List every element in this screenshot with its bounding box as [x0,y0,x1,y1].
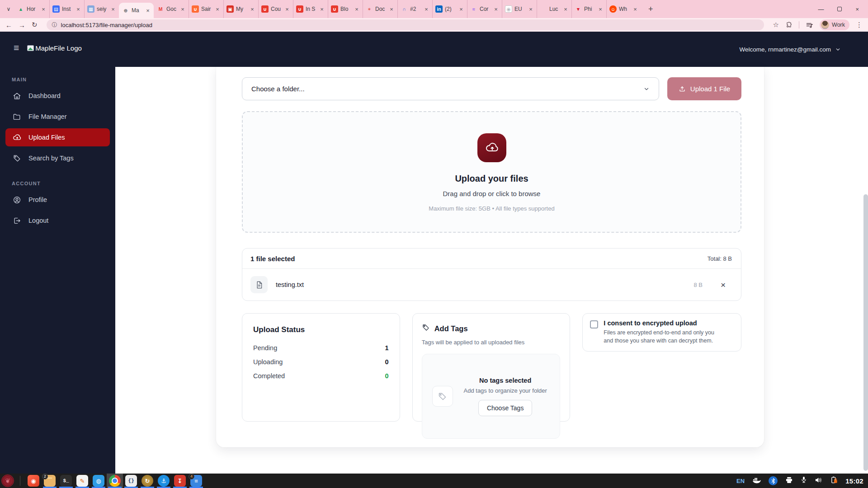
battery-lock-icon[interactable] [830,476,838,486]
tab-close-icon[interactable]: × [40,6,47,13]
tab-close-icon[interactable]: × [75,6,81,13]
bookmark-star-icon[interactable]: ☆ [773,21,779,29]
tab-close-icon[interactable]: × [388,6,395,13]
tab-label: #2 [410,6,421,12]
reload-icon[interactable]: ↻ [32,21,38,29]
browser-tab[interactable]: ▼ Phi × [571,0,606,18]
browser-tab[interactable]: in (2) × [432,0,467,18]
sidebar-item[interactable]: Search by Tags [5,149,110,167]
browser-tab[interactable]: M Goc × [154,0,189,18]
close-icon[interactable]: × [855,6,859,13]
main-area: Welcome, rnmartinez@gmail.com Select des… [115,32,868,474]
file-dropzone[interactable]: Upload your files Drag and drop or click… [242,111,741,233]
terminal-icon[interactable]: $_ [58,474,74,488]
json-tool-icon[interactable]: {} [123,474,139,488]
new-tab-button[interactable]: + [646,5,656,14]
sidebar-item[interactable]: Profile [5,191,110,209]
tab-close-icon[interactable]: × [214,6,221,13]
status-value: 0 [385,358,389,366]
download-manager-icon[interactable]: ↧ [172,474,188,488]
browser-tab[interactable]: ▲ Hor × [14,0,49,18]
keyboard-layout-indicator[interactable]: EN [736,478,745,484]
tab-close-icon[interactable]: × [284,6,290,13]
tab-close-icon[interactable]: × [319,6,325,13]
notes-icon[interactable]: ≡ 4 [188,474,204,488]
tab-close-icon[interactable]: × [493,6,499,13]
sidebar-item[interactable]: Dashboard [5,87,110,105]
tab-close-icon[interactable]: × [249,6,255,13]
microphone-icon[interactable] [801,476,807,485]
browser-tab[interactable]: ∪ In S × [293,0,328,18]
destination-folder-select[interactable]: Choose a folder... [242,77,659,100]
address-bar[interactable]: ⓘ localhost:5173/file-manager/upload [47,19,764,30]
bluetooth-icon[interactable] [769,476,778,485]
tab-close-icon[interactable]: × [145,7,151,14]
browser-profile[interactable]: Work [820,19,849,30]
tab-close-icon[interactable]: × [110,6,116,13]
docker-whale-icon[interactable] [752,476,761,485]
browser-tab[interactable]: ∪ Cou × [258,0,293,18]
sync-icon[interactable]: ↻ [139,474,156,488]
librewolf-icon[interactable]: ◍ [90,474,107,488]
tab-close-icon[interactable]: × [597,6,604,13]
tab-close-icon[interactable]: × [179,6,186,13]
maple-launcher-icon[interactable]: ❦ [1,474,14,487]
add-tags-subtitle: Tags will be applied to all uploaded fil… [422,339,561,346]
browser-tab[interactable]: Luc × [537,0,571,18]
browser-tab[interactable]: ∩ #2 × [397,0,432,18]
minimize-icon[interactable]: — [818,6,824,13]
tab-search-icon[interactable]: ∨ [3,3,14,15]
sidebar-item[interactable]: Logout [5,211,110,230]
tab-close-icon[interactable]: × [632,6,638,13]
upload-file-button[interactable]: Upload 1 File [667,77,741,100]
clock[interactable]: 15:02 [845,477,863,485]
site-info-icon[interactable]: ⓘ [52,21,57,29]
text-editor-icon[interactable]: ✎ [74,474,90,488]
sidebar-item[interactable]: File Manager [5,108,110,126]
browser-tab[interactable]: ✶ Doc × [363,0,397,18]
back-icon[interactable]: ← [5,21,12,29]
consent-checkbox[interactable] [590,320,598,328]
browser-tab[interactable]: ☺ Wh × [606,0,641,18]
sidebar-item[interactable]: Upload Files [5,128,110,146]
browser-menu-icon[interactable]: ⋮ [856,21,863,29]
file-size: 8 B [693,282,703,288]
file-manager-icon[interactable]: ▔ 2 [42,474,58,488]
tab-close-icon[interactable]: × [423,6,429,13]
browser-tab[interactable]: ▣ My × [223,0,258,18]
forward-icon[interactable]: → [19,21,25,29]
browser-tab[interactable]: ⊕ Ma × [119,3,154,18]
volume-icon[interactable] [815,477,822,485]
chrome-icon[interactable] [107,474,123,488]
browser-tab[interactable]: ∪ Sair × [189,0,223,18]
media-controls-icon[interactable] [806,21,813,29]
file-row: testing.txt 8 B × [242,269,741,300]
remove-file-icon[interactable]: × [721,281,726,289]
welcome-text[interactable]: Welcome, rnmartinez@gmail.com [739,46,831,53]
tab-close-icon[interactable]: × [458,6,464,13]
flame-app-icon[interactable]: ◉ [25,474,42,488]
file-name: testing.txt [276,281,304,288]
browser-tab[interactable]: ≈ Cor × [467,0,502,18]
tag-icon [13,154,21,163]
docker-icon[interactable]: ⚓ [156,474,172,488]
restore-icon[interactable] [837,7,842,11]
tab-close-icon[interactable]: × [528,6,534,13]
no-tags-title: No tags selected [479,377,531,384]
browser-tab[interactable]: ◉ EU × [502,0,537,18]
tab-label: Phi [584,6,595,12]
browser-tab[interactable]: ▦ seiy × [84,0,119,18]
tab-close-icon[interactable]: × [562,6,569,13]
tab-favicon: ∩ [401,5,408,13]
scrollbar-thumb[interactable] [863,194,868,471]
tab-favicon: ▣ [226,5,234,13]
sidebar-item-label: Logout [28,217,48,224]
extensions-icon[interactable] [785,21,793,28]
browser-tab[interactable]: ▤ Inst × [49,0,84,18]
browser-tab[interactable]: ∪ Blo × [328,0,363,18]
hamburger-menu-icon[interactable]: ≡ [14,42,19,53]
tag-icon [422,324,430,333]
choose-tags-button[interactable]: Choose Tags [478,400,532,416]
printer-icon[interactable] [785,477,793,485]
tab-close-icon[interactable]: × [354,6,360,13]
